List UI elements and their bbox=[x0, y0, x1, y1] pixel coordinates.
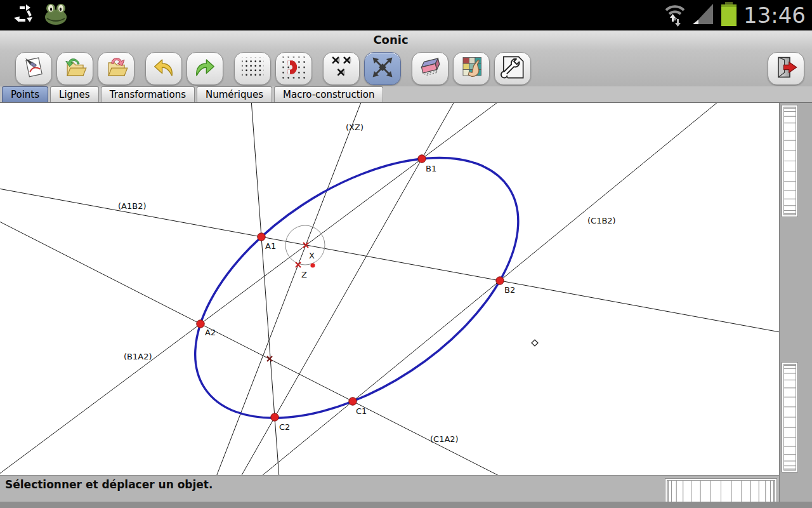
tab-macro-construction[interactable]: Macro-construction bbox=[274, 86, 383, 102]
point-P1[interactable] bbox=[310, 263, 315, 267]
point-label-B1: B1 bbox=[426, 164, 436, 173]
line-label-C1A2: (C1A2) bbox=[430, 434, 459, 444]
line-label-XZ: (XZ) bbox=[346, 123, 363, 132]
palette-hand-icon bbox=[459, 55, 483, 82]
point-Z[interactable] bbox=[296, 262, 301, 267]
redo-icon bbox=[193, 55, 217, 82]
point-A2[interactable] bbox=[197, 320, 204, 328]
line-label-C1B2: (C1B2) bbox=[587, 216, 616, 225]
line-(B1A2)[interactable] bbox=[0, 103, 779, 475]
point-P2[interactable] bbox=[532, 340, 538, 346]
android-status-bar: 13:46 bbox=[0, 0, 812, 30]
point-label-B2: B2 bbox=[504, 285, 515, 295]
grid-dots-icon bbox=[240, 55, 265, 82]
toolbar-button-new[interactable] bbox=[15, 52, 52, 85]
vertical-scroll-wheel-bottom[interactable] bbox=[782, 362, 798, 472]
right-panel bbox=[779, 103, 812, 508]
toolbar-button-erase[interactable] bbox=[412, 52, 449, 85]
toolbar-button-snap[interactable] bbox=[275, 52, 312, 85]
wifi-icon bbox=[664, 1, 686, 29]
point-C2[interactable] bbox=[271, 413, 278, 421]
conic-curve[interactable] bbox=[150, 105, 563, 471]
point-label-A2: A2 bbox=[205, 328, 216, 337]
save-file-icon bbox=[104, 55, 128, 82]
title-bar: Conic bbox=[0, 30, 812, 51]
signal-strength-icon bbox=[691, 3, 714, 28]
frog-icon bbox=[43, 2, 69, 29]
page-title: Conic bbox=[373, 30, 408, 50]
tab-num-riques[interactable]: Numériques bbox=[197, 86, 272, 102]
bottom-status-bar: Sélectionner et déplacer un objet. bbox=[0, 475, 779, 502]
geometry-canvas[interactable]: A1A2B1B2C1C2XZ(A1B2)(B1A2)(C1B2)(C1A2)(X… bbox=[0, 103, 779, 475]
tab-bar: PointsLignesTransformationsNumériquesMac… bbox=[0, 86, 812, 103]
toolbar-button-redo[interactable] bbox=[187, 52, 223, 85]
line-(C1B2)[interactable] bbox=[0, 103, 779, 475]
move-arrows-icon bbox=[370, 55, 395, 82]
recycle-icon bbox=[11, 3, 34, 28]
undo-icon bbox=[152, 55, 176, 82]
line-label-B1A2: (B1A2) bbox=[124, 352, 152, 361]
point-A1[interactable] bbox=[258, 233, 265, 241]
canvas-area: A1A2B1B2C1C2XZ(A1B2)(B1A2)(C1B2)(C1A2)(X… bbox=[0, 103, 779, 475]
tab-points[interactable]: Points bbox=[2, 86, 48, 102]
toolbar-button-exit[interactable] bbox=[768, 52, 804, 85]
line-(XZ)[interactable] bbox=[0, 103, 672, 475]
eraser-icon bbox=[418, 55, 442, 82]
toolbar-button-settings[interactable] bbox=[494, 52, 531, 85]
toolbar-button-show-points[interactable] bbox=[323, 52, 360, 85]
point-label-X: X bbox=[309, 251, 315, 260]
point-label-C2: C2 bbox=[279, 422, 290, 432]
wrench-icon bbox=[501, 55, 525, 82]
line-label-A1B2: (A1B2) bbox=[118, 201, 147, 211]
new-document-icon bbox=[22, 55, 46, 82]
horizontal-scroll-wheel[interactable] bbox=[665, 478, 777, 504]
point-label-Z: Z bbox=[301, 270, 307, 279]
vertical-scroll-wheel-top[interactable] bbox=[782, 105, 798, 217]
tab-transformations[interactable]: Transformations bbox=[101, 86, 195, 102]
point-label-A1: A1 bbox=[265, 241, 276, 251]
point-label-C1: C1 bbox=[356, 406, 367, 416]
point-B2[interactable] bbox=[496, 277, 504, 284]
points-icon bbox=[329, 55, 353, 82]
toolbar-button-open[interactable] bbox=[56, 52, 93, 85]
toolbar-button-undo[interactable] bbox=[145, 52, 182, 85]
line-A1C2[interactable] bbox=[187, 103, 336, 475]
status-message: Sélectionner et déplacer un objet. bbox=[5, 478, 213, 491]
point-B1[interactable] bbox=[418, 155, 426, 163]
line-(C1A2)[interactable] bbox=[0, 103, 779, 475]
tab-lignes[interactable]: Lignes bbox=[50, 86, 99, 102]
battery-icon bbox=[719, 1, 738, 30]
bottom-strip bbox=[0, 502, 812, 508]
line-B1C2[interactable] bbox=[0, 103, 779, 475]
toolbar-button-save[interactable] bbox=[98, 52, 134, 85]
clock: 13:46 bbox=[743, 0, 808, 30]
exit-door-icon bbox=[774, 55, 798, 82]
point-Y[interactable] bbox=[267, 356, 272, 361]
toolbar-button-move[interactable] bbox=[364, 52, 401, 85]
toolbar-button-appearance[interactable] bbox=[453, 52, 490, 85]
toolbar bbox=[0, 51, 812, 86]
open-file-icon bbox=[63, 55, 87, 82]
magnet-icon bbox=[282, 55, 306, 82]
line-(A1B2)[interactable] bbox=[0, 103, 779, 420]
app-screen: 13:46 Conic PointsLignesTransformationsN… bbox=[0, 0, 812, 508]
toolbar-button-grid[interactable] bbox=[234, 52, 271, 85]
point-C1[interactable] bbox=[349, 398, 357, 405]
